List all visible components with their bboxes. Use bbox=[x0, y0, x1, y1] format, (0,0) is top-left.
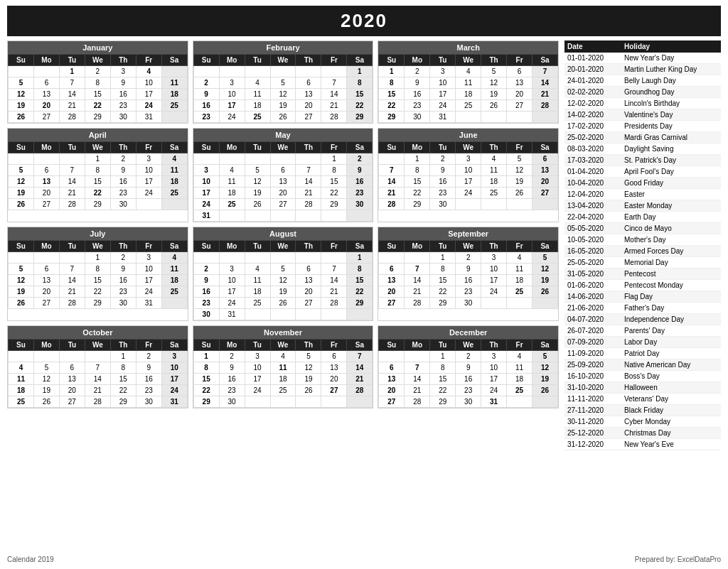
calendar-day: 13 bbox=[532, 165, 558, 176]
calendar-day: 8 bbox=[347, 264, 373, 275]
calendar-day: 27 bbox=[507, 100, 532, 112]
calendar-day: 20 bbox=[296, 286, 321, 298]
calendar-day: 13 bbox=[33, 275, 59, 286]
month-grid: SuMoTuWeThFrSa12345678910111213141516171… bbox=[378, 240, 558, 309]
calendar-day: 12 bbox=[270, 275, 296, 286]
holiday-row: 07-09-2020Labor Day bbox=[564, 337, 721, 348]
calendar-day: 21 bbox=[59, 100, 85, 112]
holiday-row: 31-12-2020New Year's Eve bbox=[564, 439, 721, 450]
calendar-day: 10 bbox=[456, 165, 481, 176]
calendar-day: 21 bbox=[321, 100, 347, 112]
calendar-day: 25 bbox=[161, 100, 187, 112]
calendar-day: 4 bbox=[9, 362, 34, 374]
calendar-day: 12 bbox=[9, 275, 34, 286]
calendar-day: 2 bbox=[405, 66, 430, 77]
calendar-day: 7 bbox=[379, 165, 405, 176]
calendar-day bbox=[219, 66, 245, 77]
calendar-day: 12 bbox=[507, 165, 532, 176]
calendar-day: 18 bbox=[161, 275, 187, 286]
calendar-day: 14 bbox=[347, 362, 373, 374]
calendar-day: 24 bbox=[136, 100, 161, 112]
calendar-day: 26 bbox=[9, 199, 34, 210]
calendar-day: 28 bbox=[321, 298, 347, 309]
calendar-day: 2 bbox=[456, 351, 481, 362]
holiday-name: Presidents Day bbox=[621, 121, 721, 132]
calendar-day: 11 bbox=[507, 264, 532, 275]
calendar-day bbox=[245, 309, 270, 320]
month-header: April bbox=[8, 129, 188, 141]
calendar-day: 11 bbox=[245, 275, 270, 286]
holiday-name: Father's Day bbox=[621, 303, 721, 314]
calendar-day: 30 bbox=[110, 298, 136, 309]
month-february: FebruarySuMoTuWeThFrSa123456789101112131… bbox=[193, 40, 374, 124]
month-header: July bbox=[8, 227, 188, 240]
calendar-day bbox=[9, 66, 34, 77]
holiday-row: 20-01-2020Martin Luther King Day bbox=[564, 64, 721, 75]
calendar-day: 1 bbox=[85, 252, 110, 264]
holiday-name: Easter bbox=[621, 189, 721, 200]
weekday-header: Su bbox=[9, 340, 34, 351]
holiday-row: 14-06-2020Flag Day bbox=[564, 291, 721, 303]
calendar-day: 17 bbox=[430, 89, 456, 100]
weekday-header: We bbox=[85, 142, 110, 153]
calendar-day: 28 bbox=[532, 100, 558, 112]
holiday-name: Martin Luther King Day bbox=[621, 64, 721, 75]
calendar-day: 17 bbox=[481, 275, 507, 286]
weekday-header: Sa bbox=[347, 55, 373, 66]
holiday-name: Christmas Day bbox=[621, 428, 721, 439]
weekday-header: We bbox=[270, 142, 296, 153]
calendar-day: 23 bbox=[193, 298, 219, 309]
calendar-day: 13 bbox=[321, 362, 347, 374]
holiday-name: Groundhog Day bbox=[621, 87, 721, 98]
calendar-day bbox=[296, 252, 321, 264]
month-march: MarchSuMoTuWeThFrSa123456789101112131415… bbox=[378, 40, 559, 124]
calendar-day bbox=[347, 309, 373, 320]
weekday-header: Fr bbox=[321, 241, 347, 252]
weekday-header: Th bbox=[296, 55, 321, 66]
calendar-day: 12 bbox=[270, 89, 296, 100]
holiday-row: 31-10-2020Halloween bbox=[564, 382, 721, 394]
holiday-row: 16-05-2020Armed Forces Day bbox=[564, 246, 721, 257]
calendar-day: 29 bbox=[85, 298, 110, 309]
holiday-name: Memorial Day bbox=[621, 257, 721, 269]
month-grid: SuMoTuWeThFrSa12345678910111213141516171… bbox=[8, 240, 188, 309]
weekday-header: Mo bbox=[219, 340, 245, 351]
calendar-day: 2 bbox=[219, 351, 245, 362]
month-header: December bbox=[378, 326, 558, 339]
calendar-day: 6 bbox=[321, 351, 347, 362]
holiday-name: St. Patrick's Day bbox=[621, 155, 721, 166]
weekday-header: We bbox=[456, 241, 481, 252]
holiday-date: 22-04-2020 bbox=[564, 212, 621, 223]
calendar-day bbox=[456, 199, 481, 210]
calendar-day: 20 bbox=[296, 100, 321, 112]
holiday-row: 17-03-2020St. Patrick's Day bbox=[564, 155, 721, 166]
calendar-day: 3 bbox=[193, 165, 219, 176]
calendar-day: 18 bbox=[456, 89, 481, 100]
calendar-day: 6 bbox=[33, 77, 59, 89]
month-august: AugustSuMoTuWeThFrSa12345678910111213141… bbox=[193, 227, 374, 321]
calendar-day: 7 bbox=[321, 77, 347, 89]
calendar-day: 1 bbox=[430, 351, 456, 362]
calendar-day: 29 bbox=[193, 396, 219, 408]
holiday-row: 22-04-2020Earth Day bbox=[564, 212, 721, 223]
calendar-day: 28 bbox=[296, 199, 321, 210]
calendar-day: 24 bbox=[481, 385, 507, 396]
calendar-day: 2 bbox=[110, 153, 136, 165]
calendar-day: 3 bbox=[430, 66, 456, 77]
calendar-day: 31 bbox=[161, 396, 187, 408]
calendar-day: 9 bbox=[430, 165, 456, 176]
calendar-day bbox=[219, 252, 245, 264]
weekday-header: We bbox=[270, 340, 296, 351]
calendar-day: 9 bbox=[456, 264, 481, 275]
calendar-day: 15 bbox=[430, 374, 456, 385]
weekday-header: Su bbox=[9, 55, 34, 66]
calendar-day bbox=[379, 252, 405, 264]
holiday-row: 25-09-2020Native American Day bbox=[564, 359, 721, 371]
calendar-day: 14 bbox=[85, 374, 110, 385]
calendar-day: 6 bbox=[33, 264, 59, 275]
holiday-col-name: Holiday bbox=[621, 40, 721, 53]
weekday-header: Sa bbox=[161, 340, 187, 351]
calendar-day: 8 bbox=[430, 264, 456, 275]
calendar-day: 4 bbox=[481, 153, 507, 165]
calendar-day: 11 bbox=[481, 165, 507, 176]
